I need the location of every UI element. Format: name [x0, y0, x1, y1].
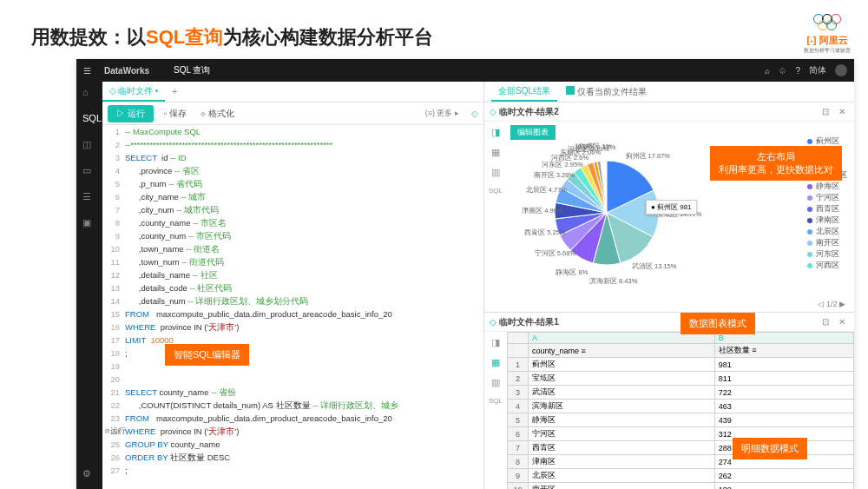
tab-all-results[interactable]: 全部SQL结果 [491, 83, 557, 102]
cube-icon[interactable]: ◫ [82, 139, 96, 153]
editor-toolbar: ▷ 运行 ▫ 保存 ⟐ 格式化 (≡) 更多 ▸ ◇ [102, 102, 483, 125]
result-controls[interactable]: ⊡ ✕ [822, 107, 849, 116]
sql-result-icon[interactable]: SQL [489, 397, 503, 405]
bar-icon[interactable]: ▥ [491, 377, 500, 388]
app-icon[interactable]: ▣ [82, 217, 96, 231]
topbar: ☰ DataWorks SQL 查询 ⌕ ♤ ? 简体 [76, 59, 854, 82]
bell-icon[interactable]: ♤ [779, 66, 786, 76]
save-button[interactable]: ▫ 保存 [161, 106, 190, 122]
format-button[interactable]: ⟐ 格式化 [197, 106, 238, 122]
home-icon[interactable]: ⌂ [82, 87, 96, 101]
tab-sql-query[interactable]: SQL 查询 [163, 61, 220, 80]
result2-title: 临时文件-结果2 [499, 106, 559, 118]
search-icon[interactable]: ⌕ [765, 66, 770, 76]
callout-chart: 数据图表模式 [681, 313, 755, 334]
bar-icon[interactable]: ▥ [491, 167, 500, 178]
avatar[interactable] [835, 64, 847, 76]
sql-icon[interactable]: SQL [82, 113, 96, 127]
network-icon[interactable]: ◇ [471, 109, 478, 118]
only-current-checkbox[interactable]: 仅看当前文件结果 [577, 87, 647, 96]
lang-switch[interactable]: 简体 [809, 64, 826, 76]
more-button[interactable]: (≡) 更多 ▸ [425, 108, 459, 119]
callout-layout: 左右布局利用率更高，更快数据比对 [710, 146, 842, 181]
gear-icon[interactable]: ⚙ [82, 468, 96, 482]
chart-pager[interactable]: ◁ 1/2 ▶ [818, 300, 845, 308]
chart-tooltip: ● 蓟州区 981 [646, 200, 697, 215]
chart-icon[interactable]: ◨ [491, 127, 500, 138]
callout-table: 明细数据模式 [733, 438, 807, 459]
list-icon[interactable]: ☰ [82, 191, 96, 205]
file-tab[interactable]: ◇临时文件 • [102, 83, 165, 102]
app-window: ☰ DataWorks SQL 查询 ⌕ ♤ ? 简体 ⌂ SQL ◫ ▭ ☰ … [76, 59, 854, 489]
result1-title: 临时文件-结果1 [499, 316, 559, 328]
sql-result-icon[interactable]: SQL [489, 187, 503, 195]
result-controls[interactable]: ⊡ ✕ [822, 317, 849, 327]
slide-title: 用数提效：以SQL查询为核心构建数据分析平台 [31, 24, 433, 50]
brand: DataWorks [104, 66, 149, 76]
grid-icon[interactable]: ▦ [491, 357, 500, 368]
results-pane: 全部SQL结果 仅看当前文件结果 ◇临时文件-结果2 ⊡ ✕ ◨ ▦ ▥ SQL [484, 82, 854, 489]
folder-icon[interactable]: ▭ [82, 165, 96, 179]
code-editor[interactable]: 1-- MaxCompute SQL2--*******************… [102, 125, 483, 489]
help-icon[interactable]: ? [795, 66, 800, 76]
chart-icon[interactable]: ◨ [491, 337, 500, 348]
callout-editor: 智能SQL编辑器 [165, 344, 249, 366]
edit-chart-button[interactable]: 编辑图表 [510, 125, 556, 140]
grid-icon[interactable]: ▦ [491, 147, 500, 158]
editor-pane: ◇临时文件 • + ▷ 运行 ▫ 保存 ⟐ 格式化 (≡) 更多 ▸ ◇ 1--… [102, 82, 484, 489]
menu-icon[interactable]: ☰ [83, 66, 97, 76]
result-table[interactable]: ABcounty_name ≡社区数量 ≡1蓟州区9812宝坻区8113武清区7… [507, 332, 854, 489]
side-rail: ⌂ SQL ◫ ▭ ☰ ▣ ⚙ [76, 82, 102, 489]
run-button[interactable]: ▷ 运行 [108, 105, 154, 122]
logo: [-] 阿里云 数据分析学习体验营 [804, 14, 851, 55]
new-tab-button[interactable]: + [165, 84, 184, 99]
